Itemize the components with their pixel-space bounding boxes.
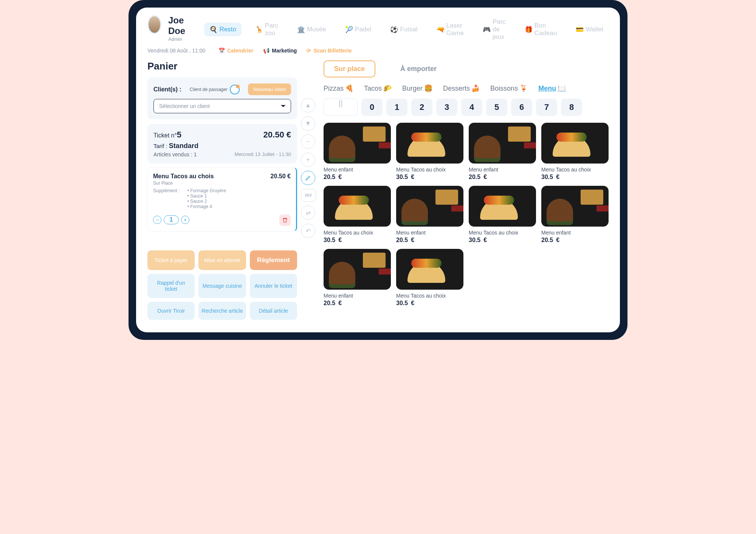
category-tab-desserts[interactable]: Desserts 🍰: [443, 84, 480, 93]
arrow-up-button[interactable]: ▲: [301, 98, 315, 113]
category-tab-boissons[interactable]: Boissons 🍹: [490, 84, 528, 93]
subnav-calendrier[interactable]: 📅 Calendrier: [218, 48, 253, 54]
menu-item-price: 20.5€: [396, 237, 463, 244]
menu-item[interactable]: Menu enfant 20.5€: [324, 123, 391, 181]
pencil-icon: [305, 175, 311, 181]
menu-item-name: Menu enfant: [541, 230, 609, 236]
nav-item-resto[interactable]: 🍳Resto: [204, 23, 241, 36]
menu-item[interactable]: Menu Tacos au choix 30.5€: [396, 123, 463, 181]
scan-icon: ⟳: [307, 48, 311, 54]
nav-item-padel[interactable]: 🎾Padel: [340, 23, 376, 36]
avatar[interactable]: [147, 15, 161, 34]
top-nav: 🍳Resto🦒Parc zoo🏛️Musée🎾Padel⚽Futsal🔫Lase…: [204, 15, 609, 44]
client-passager-icon[interactable]: [230, 85, 240, 94]
annuler-ticket-button[interactable]: Annuler le ticket: [250, 274, 297, 298]
clients-label: Client(s) :: [153, 86, 181, 93]
numpad-3[interactable]: 3: [436, 99, 457, 116]
numpad-7[interactable]: 7: [536, 99, 557, 116]
qty-plus-button[interactable]: +: [181, 216, 189, 224]
supp-item: Formage 4: [187, 204, 226, 209]
nav-item-parc-de-jeux[interactable]: 🎮Parc de jeux: [477, 15, 511, 44]
menu-item[interactable]: Menu Tacos au choix 30.5€: [396, 249, 463, 307]
category-tab-pizzas[interactable]: Pizzas 🍕: [324, 84, 353, 93]
message-cuisine-button[interactable]: Message cuisine: [198, 274, 246, 298]
ticket-payer-button[interactable]: Ticket à payer: [147, 250, 195, 270]
nav-item-bon-cadeau[interactable]: 🎁Bon Cadeau: [519, 19, 562, 40]
menu-item[interactable]: Menu Tacos au choix 30.5€: [469, 186, 536, 244]
nav-item-parc-zoo[interactable]: 🦒Parc zoo: [250, 19, 284, 40]
ticket-date: Mercredi 13 Juillet - 11:30: [234, 151, 291, 157]
cat-emoji-icon: 🍔: [424, 84, 432, 93]
cat-label: Tacos: [364, 85, 382, 93]
client-select[interactable]: Sélectionner un client: [153, 99, 291, 113]
menu-item[interactable]: Menu Tacos au choix 30.5€: [324, 186, 391, 244]
swap-button[interactable]: ⇄: [301, 205, 315, 220]
menu-image: [541, 186, 609, 227]
cart-item-supplements: Supplément : Formage GruyèreSauce 1Sauce…: [153, 188, 291, 209]
undo-button[interactable]: ↶: [301, 224, 315, 238]
qty-minus-button[interactable]: −: [153, 216, 161, 224]
subnav-marketing-label: Marketing: [272, 48, 297, 54]
new-client-button[interactable]: Nouveau client: [248, 83, 291, 95]
cat-emoji-icon: 🍰: [471, 84, 480, 93]
category-tab-tacos[interactable]: Tacos 🌮: [364, 84, 392, 93]
nav-item-musée[interactable]: 🏛️Musée: [292, 23, 332, 36]
subnav-scan-label: Scan Billetterie: [313, 48, 352, 54]
quantity-input[interactable]: |: [324, 99, 358, 116]
cat-label: Burger: [402, 85, 423, 93]
cart-item-price: 20.50 €: [271, 173, 291, 180]
numpad-6[interactable]: 6: [511, 99, 532, 116]
category-tab-burger[interactable]: Burger 🍔: [402, 84, 432, 93]
ouvrir-tiroir-button[interactable]: Ouvrir Tiroir: [147, 302, 195, 320]
reglement-button[interactable]: Règlement: [250, 250, 297, 270]
menu-item[interactable]: Menu Tacos au choix 30.5€: [541, 123, 609, 181]
menu-item[interactable]: Menu enfant 20.5€: [324, 249, 391, 307]
numpad-4[interactable]: 4: [461, 99, 482, 116]
nav-item-laser-game[interactable]: 🔫Laser Game: [431, 19, 469, 40]
nav-item-wallet[interactable]: 💳Wallet: [570, 23, 609, 36]
menu-item-name: Menu enfant: [324, 167, 391, 173]
nav-label: Parc zoo: [265, 22, 278, 37]
nav-icon: 🦒: [255, 26, 263, 33]
menu-item[interactable]: Menu enfant 20.5€: [396, 186, 463, 244]
tarif-label: Tarif :: [153, 143, 167, 149]
subnav-marketing[interactable]: 📢 Marketing: [263, 48, 297, 54]
numpad-0[interactable]: 0: [361, 99, 383, 116]
rappel-ticket-button[interactable]: Rappel d'un ticket: [147, 274, 195, 298]
nav-label: Musée: [307, 26, 326, 33]
subnav-scan[interactable]: ⟳ Scan Billetterie: [307, 48, 352, 54]
menu-item[interactable]: Menu enfant 20.5€: [541, 186, 609, 244]
mode-sur-place[interactable]: Sur place: [324, 60, 375, 77]
user-name: Joe Doe: [168, 15, 193, 36]
numpad-8[interactable]: 8: [561, 99, 582, 116]
mise-attente-button[interactable]: Mise en attente: [198, 250, 246, 270]
edit-button[interactable]: [301, 171, 315, 185]
minus-button[interactable]: −: [301, 134, 315, 149]
numpad-5[interactable]: 5: [486, 99, 507, 116]
cat-label: Menu: [538, 85, 556, 93]
menu-item-price: 30.5€: [396, 174, 463, 181]
nav-item-futsal[interactable]: ⚽Futsal: [385, 23, 423, 36]
menu-item[interactable]: Menu enfant 20.5€: [469, 123, 536, 181]
delete-item-button[interactable]: [279, 215, 291, 226]
nav-label: Laser Game: [446, 22, 464, 37]
articles-label: Articles vendus :: [153, 151, 192, 157]
cat-emoji-icon: 🌮: [383, 84, 392, 93]
nav-label: Wallet: [586, 26, 603, 33]
arrow-down-button[interactable]: ▼: [301, 116, 315, 131]
supp-item: Sauce 1: [187, 193, 226, 199]
numpad-2[interactable]: 2: [411, 99, 432, 116]
numpad-1[interactable]: 1: [386, 99, 407, 116]
niv-button[interactable]: NIV: [301, 189, 316, 202]
cat-label: Boissons: [490, 85, 518, 93]
cat-emoji-icon: 🍽️: [558, 84, 566, 93]
menu-item-name: Menu Tacos au choix: [396, 293, 463, 299]
client-card: Client(s) : Client de passager Nouveau c…: [147, 77, 297, 119]
plus-button[interactable]: +: [301, 153, 315, 167]
detail-article-button[interactable]: Détail article: [250, 302, 297, 320]
recherche-article-button[interactable]: Recherche article: [198, 302, 246, 320]
mode-a-emporter[interactable]: À emporter: [390, 61, 446, 77]
sub-row: Vendredi 08 Août , 11:00 📅 Calendrier 📢 …: [147, 48, 609, 54]
category-tab-menu[interactable]: Menu 🍽️: [538, 84, 566, 93]
menu-item-name: Menu enfant: [469, 167, 536, 173]
